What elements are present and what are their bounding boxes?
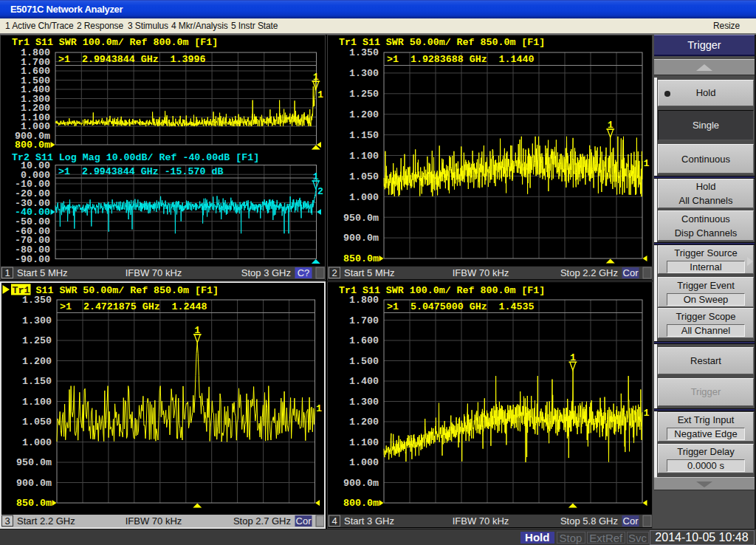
svg-text:1.300: 1.300 bbox=[22, 315, 52, 326]
svg-text:4: 4 bbox=[331, 515, 337, 527]
svg-text:2: 2 bbox=[317, 186, 323, 197]
svg-text:1.100: 1.100 bbox=[349, 151, 379, 162]
svg-text:1: 1 bbox=[644, 408, 650, 419]
svg-text:>1 5.0475000 GHz 1.4535: >1 5.0475000 GHz 1.4535 bbox=[387, 301, 535, 312]
svg-text:850.0m: 850.0m bbox=[343, 253, 379, 264]
svg-text:1.150: 1.150 bbox=[22, 376, 52, 387]
svg-text:900.0m: 900.0m bbox=[16, 478, 52, 489]
svg-text:>1 2.9943844 GHz 1.3996: >1 2.9943844 GHz 1.3996 bbox=[58, 54, 206, 65]
svg-text:>1 2.4721875 GHz 1.2448: >1 2.4721875 GHz 1.2448 bbox=[60, 301, 207, 312]
svg-text:1: 1 bbox=[644, 158, 650, 169]
svg-text:>1 2.9943844 GHz -15.570 dB: >1 2.9943844 GHz -15.570 dB bbox=[58, 166, 223, 177]
svg-text:1.250: 1.250 bbox=[349, 89, 379, 100]
svg-text:Cor: Cor bbox=[623, 515, 639, 527]
svg-text:1: 1 bbox=[4, 267, 10, 278]
svg-text:IFBW 70 kHz: IFBW 70 kHz bbox=[453, 515, 509, 527]
svg-text:1.000: 1.000 bbox=[349, 457, 379, 468]
svg-text:S11 SWR 50.00m/ Ref 850.0m [F1: S11 SWR 50.00m/ Ref 850.0m [F1] bbox=[36, 285, 219, 296]
svg-text:1.150: 1.150 bbox=[349, 130, 379, 141]
svg-text:Tr1 S11 SWR 100.0m/ Ref 800.0m: Tr1 S11 SWR 100.0m/ Ref 800.0m [F1] bbox=[12, 37, 218, 48]
svg-text:1.300: 1.300 bbox=[349, 397, 379, 408]
svg-text:1.250: 1.250 bbox=[22, 335, 52, 346]
svg-text:Stop 3 GHz: Stop 3 GHz bbox=[241, 267, 291, 278]
svg-text:1: 1 bbox=[317, 89, 323, 100]
svg-text:3: 3 bbox=[4, 515, 10, 527]
svg-text:800.0m: 800.0m bbox=[343, 498, 379, 509]
svg-text:1.050: 1.050 bbox=[349, 171, 379, 182]
svg-text:1.000: 1.000 bbox=[22, 437, 52, 448]
svg-text:1.600: 1.600 bbox=[349, 335, 379, 346]
svg-text:1.000: 1.000 bbox=[349, 192, 379, 203]
svg-text:Start 5 MHz: Start 5 MHz bbox=[344, 267, 395, 278]
svg-text:>1 1.9283688 GHz 1.1440: >1 1.9283688 GHz 1.1440 bbox=[387, 54, 535, 65]
svg-text:1.700: 1.700 bbox=[349, 315, 379, 326]
svg-text:1.500: 1.500 bbox=[349, 356, 379, 367]
svg-text:C?: C? bbox=[298, 267, 310, 278]
svg-text:900.0m: 900.0m bbox=[343, 233, 379, 244]
svg-text:Stop 2.7 GHz: Stop 2.7 GHz bbox=[233, 515, 291, 527]
svg-text:800.0m: 800.0m bbox=[15, 140, 50, 151]
svg-text:Cor: Cor bbox=[623, 267, 639, 278]
svg-text:1: 1 bbox=[194, 325, 200, 336]
svg-text:900.0m: 900.0m bbox=[343, 478, 379, 489]
svg-text:1.200: 1.200 bbox=[349, 417, 379, 428]
svg-text:1.800: 1.800 bbox=[349, 295, 379, 306]
svg-text:1.300: 1.300 bbox=[349, 68, 379, 79]
svg-text:950.0m: 950.0m bbox=[16, 457, 52, 468]
svg-text:1.100: 1.100 bbox=[349, 437, 379, 448]
svg-text:Tr1 S11 SWR 50.00m/ Ref 850.0m: Tr1 S11 SWR 50.00m/ Ref 850.0m [F1] bbox=[339, 37, 545, 48]
svg-text:1: 1 bbox=[313, 72, 319, 83]
svg-text:-90.00: -90.00 bbox=[15, 254, 50, 265]
svg-text:1: 1 bbox=[608, 120, 614, 131]
svg-text:850.0m: 850.0m bbox=[16, 498, 52, 509]
svg-text:1.050: 1.050 bbox=[22, 417, 52, 428]
svg-text:Cor: Cor bbox=[296, 515, 312, 527]
svg-text:Tr1: Tr1 bbox=[13, 285, 30, 296]
svg-text:1.400: 1.400 bbox=[349, 376, 379, 387]
svg-text:2: 2 bbox=[331, 267, 337, 278]
svg-text:1: 1 bbox=[313, 171, 319, 182]
svg-text:1: 1 bbox=[570, 352, 576, 363]
svg-text:IFBW 70 kHz: IFBW 70 kHz bbox=[453, 267, 509, 278]
svg-text:1.100: 1.100 bbox=[22, 397, 52, 408]
svg-text:Start 5 MHz: Start 5 MHz bbox=[17, 267, 68, 278]
svg-text:1: 1 bbox=[316, 403, 322, 414]
svg-text:Stop 2.2 GHz: Stop 2.2 GHz bbox=[560, 267, 618, 278]
svg-text:1.350: 1.350 bbox=[22, 295, 52, 306]
svg-text:1.200: 1.200 bbox=[22, 356, 52, 367]
svg-text:IFBW 70 kHz: IFBW 70 kHz bbox=[126, 267, 182, 278]
svg-text:Tr1 S11 SWR 100.0m/ Ref 800.0m: Tr1 S11 SWR 100.0m/ Ref 800.0m [F1] bbox=[339, 285, 545, 296]
svg-text:1.200: 1.200 bbox=[349, 109, 379, 120]
svg-text:IFBW 70 kHz: IFBW 70 kHz bbox=[126, 515, 182, 527]
svg-text:950.0m: 950.0m bbox=[343, 213, 379, 224]
svg-text:Stop 5.8 GHz: Stop 5.8 GHz bbox=[560, 515, 618, 527]
svg-text:Start 2.2 GHz: Start 2.2 GHz bbox=[17, 515, 75, 527]
svg-text:1.350: 1.350 bbox=[349, 47, 379, 58]
svg-text:Start 3 GHz: Start 3 GHz bbox=[344, 515, 394, 527]
